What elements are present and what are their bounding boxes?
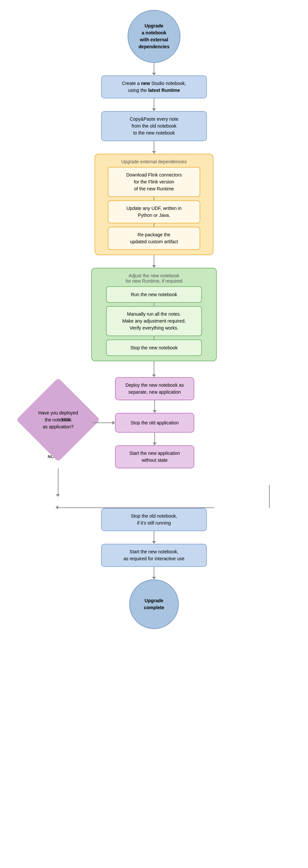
diamond-row: Have you deployedthe notebookas applicat… [5, 377, 303, 468]
green2-label: Manually run all the notes.Make any adju… [122, 311, 186, 332]
connector-4 [154, 255, 154, 265]
orange-group-label: Upgrade external dependencies [121, 159, 187, 164]
green-inner-c1 [154, 303, 154, 306]
start-node: Upgradea notebookwith externaldependenci… [128, 10, 180, 63]
start-new-label: Start the new notebook,as required for i… [124, 548, 184, 562]
diamond-label: Have you deployedthe notebookas applicat… [32, 409, 85, 430]
end-node: Upgradecomplete [129, 580, 179, 629]
start-label: Upgradea notebookwith externaldependenci… [138, 23, 169, 50]
end-label: Upgradecomplete [144, 597, 164, 611]
orange1-node: Download Flink connectorsfor the Flink v… [108, 167, 200, 197]
green-inner-c2 [154, 336, 154, 339]
flowchart: Upgradea notebookwith externaldependenci… [0, 0, 308, 868]
orange3-node: Re-package theupdated custom artifact [108, 227, 200, 250]
step1-node: Create a new Studio notebook,using the l… [101, 75, 207, 98]
orange3-label: Re-package theupdated custom artifact [130, 231, 178, 245]
connector-6 [154, 531, 154, 541]
stop-old-node: Stop the old notebook,if it's still runn… [101, 508, 207, 531]
step1-label: Create a new Studio notebook,using the l… [122, 80, 186, 94]
diamond-wrapper: Have you deployedthe notebookas applicat… [25, 387, 91, 453]
right-c1 [154, 400, 155, 410]
right-c2 [154, 433, 155, 443]
right1-label: Deploy the new notebook asseparate, new … [126, 382, 184, 396]
connector-2 [154, 98, 154, 108]
horiz-left-arrow [56, 505, 58, 509]
orange-group: Upgrade external dependencies Download F… [94, 154, 214, 255]
green2-node: Manually run all the notes.Make any adju… [106, 306, 202, 336]
step2-node: Copy&Paste every notefrom the old notebo… [101, 111, 207, 141]
green3-label: Stop the new notebook [130, 344, 178, 351]
connector-7 [154, 567, 154, 577]
connector-3 [154, 141, 154, 151]
right2-node: Stop the old application [115, 413, 194, 433]
orange-inner-c1 [154, 197, 154, 200]
yes-branch: Deploy the new notebook asseparate, new … [115, 377, 194, 468]
green1-node: Run the new notebook [106, 286, 202, 303]
yes-connector [93, 423, 112, 423]
green-group: Adjust the new notebookfor new Runtime, … [91, 268, 217, 361]
orange2-node: Update any UDF, written inPython or Java… [108, 200, 200, 223]
orange2-label: Update any UDF, written inPython or Java… [127, 205, 182, 219]
step2-label: Copy&Paste every notefrom the old notebo… [129, 116, 178, 136]
green-group-label: Adjust the new notebookfor new Runtime, … [126, 273, 182, 284]
no-arrow [56, 494, 60, 497]
orange1-label: Download Flink connectorsfor the Flink v… [126, 172, 182, 192]
connector-5 [154, 361, 154, 374]
yes-horiz-line [58, 507, 214, 508]
right2-label: Stop the old application [130, 420, 179, 426]
right3-node: Start the new applicationwithout state [115, 445, 194, 468]
yes-down-line [269, 485, 270, 508]
right1-node: Deploy the new notebook asseparate, new … [115, 377, 194, 400]
stop-old-label: Stop the old notebook,if it's still runn… [131, 513, 177, 527]
green1-label: Run the new notebook [131, 291, 177, 298]
connector-1 [154, 63, 154, 73]
left-branch: Have you deployedthe notebookas applicat… [25, 387, 91, 459]
green3-node: Stop the new notebook [106, 339, 202, 356]
no-vert-line [58, 468, 59, 495]
start-new-node: Start the new notebook,as required for i… [101, 544, 207, 567]
right3-label: Start the new applicationwithout state [129, 450, 180, 464]
merge-area [5, 468, 303, 508]
orange-inner-c2 [154, 223, 154, 227]
